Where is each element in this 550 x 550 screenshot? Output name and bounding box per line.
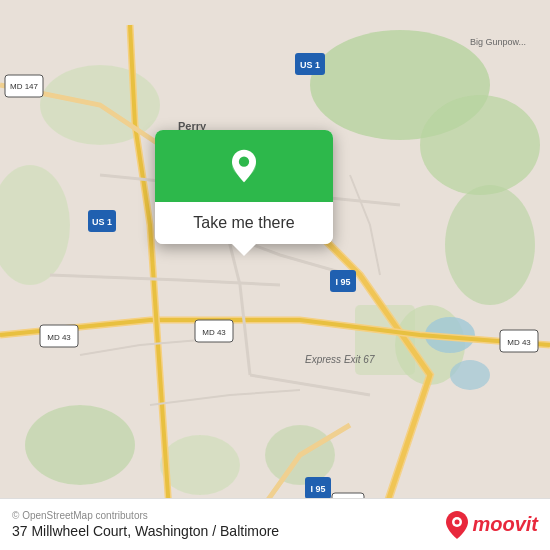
svg-point-9 <box>160 435 240 495</box>
svg-text:US 1: US 1 <box>300 60 320 70</box>
location-tooltip: Take me there <box>155 130 333 244</box>
svg-point-36 <box>239 157 249 167</box>
svg-text:I 95: I 95 <box>310 484 325 494</box>
svg-text:US 1: US 1 <box>92 217 112 227</box>
svg-text:Express Exit 67: Express Exit 67 <box>305 354 375 365</box>
address-section: © OpenStreetMap contributors 37 Millwhee… <box>12 510 279 539</box>
svg-text:Big Gunpow...: Big Gunpow... <box>470 37 526 47</box>
svg-text:MD 43: MD 43 <box>47 333 71 342</box>
svg-text:MD 147: MD 147 <box>10 82 39 91</box>
svg-text:MD 43: MD 43 <box>507 338 531 347</box>
moovit-text: moovit <box>472 513 538 536</box>
svg-point-3 <box>445 185 535 305</box>
tooltip-header <box>155 130 333 202</box>
location-pin-icon <box>226 148 262 184</box>
svg-text:MD 43: MD 43 <box>202 328 226 337</box>
copyright-text: © OpenStreetMap contributors <box>12 510 279 521</box>
moovit-logo: moovit <box>444 510 538 540</box>
svg-text:I 95: I 95 <box>335 277 350 287</box>
map-container: US 1 US 1 MD 147 MD 43 MD 43 MD 43 I 95 … <box>0 0 550 550</box>
svg-point-2 <box>420 95 540 195</box>
moovit-pin-icon <box>444 510 470 540</box>
svg-point-8 <box>25 405 135 485</box>
take-me-there-button[interactable]: Take me there <box>155 202 333 244</box>
address-text: 37 Millwheel Court, Washington / Baltimo… <box>12 523 279 539</box>
svg-point-12 <box>450 360 490 390</box>
map-background: US 1 US 1 MD 147 MD 43 MD 43 MD 43 I 95 … <box>0 0 550 550</box>
bottom-bar: © OpenStreetMap contributors 37 Millwhee… <box>0 498 550 550</box>
svg-point-38 <box>455 519 460 524</box>
tooltip-arrow <box>232 244 256 256</box>
